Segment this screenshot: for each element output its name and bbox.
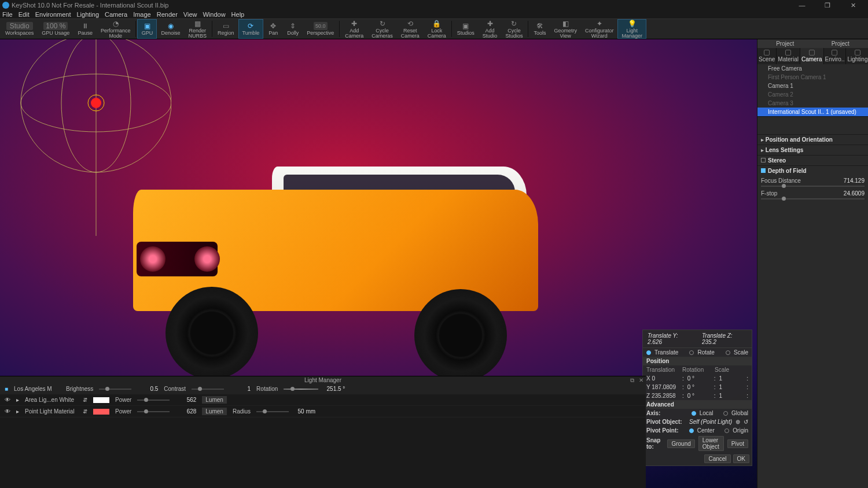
contrast-slider[interactable] — [192, 389, 224, 390]
region-button[interactable]: ▭Region — [214, 19, 238, 39]
light-color-1[interactable] — [93, 397, 109, 403]
expand-icon[interactable]: ▸ — [16, 408, 19, 415]
menu-image[interactable]: Image — [133, 11, 151, 18]
menu-help[interactable]: Help — [231, 11, 245, 18]
power-slider-2[interactable] — [137, 411, 170, 412]
close-button[interactable]: ✕ — [840, 0, 866, 10]
section-position[interactable]: ▸ Position and Orientation — [757, 134, 868, 145]
visibility-toggle-icon[interactable]: 👁 — [5, 397, 10, 403]
cancel-button[interactable]: Cancel — [704, 454, 730, 463]
pause-button[interactable]: ⏸Pause — [73, 19, 97, 39]
tools-button[interactable]: 🛠Tools — [529, 19, 550, 39]
dof-checkbox[interactable] — [761, 168, 766, 173]
focus-distance-slider[interactable] — [761, 186, 865, 187]
section-lens[interactable]: ▸ Lens Settings — [757, 145, 868, 155]
camera-item[interactable]: Free Camera — [757, 64, 868, 73]
mode-rotate-radio[interactable] — [689, 350, 694, 355]
camera-item[interactable]: Camera 1 — [757, 82, 868, 90]
section-stereo[interactable]: Stereo — [757, 155, 868, 165]
rotation-slider[interactable] — [284, 389, 318, 390]
undock-icon[interactable]: ⧉ — [630, 377, 634, 384]
expand-icon[interactable]: ▸ — [16, 397, 19, 403]
env-name[interactable]: Los Angeles M — [14, 386, 60, 392]
pan-button[interactable]: ✥Pan — [263, 19, 283, 39]
y-field[interactable]: Y 187.0809 — [646, 384, 679, 390]
pivot-center-radio[interactable] — [689, 428, 694, 433]
camera-item-selected[interactable]: International Scout II.. 1 (unsaved) — [757, 108, 868, 116]
gauge-icon: ◔ — [113, 20, 119, 28]
camera-item[interactable]: Camera 3 — [757, 99, 868, 108]
dolly-button[interactable]: ⇕Dolly — [283, 19, 303, 39]
menu-lighting[interactable]: Lighting — [76, 11, 99, 18]
pick-icon[interactable]: ⊕ — [735, 419, 740, 425]
snap-pivot-button[interactable]: Pivot — [727, 439, 748, 448]
power-slider-1[interactable] — [137, 400, 170, 401]
light-manager-button[interactable]: 💡Light Manager — [617, 19, 646, 39]
translate-z-readout: Translate Z: 235.2 — [702, 332, 747, 345]
snap-ground-button[interactable]: Ground — [667, 439, 694, 448]
mode-scale-radio[interactable] — [726, 350, 730, 355]
pivot-origin-radio[interactable] — [724, 428, 729, 433]
brightness-slider[interactable] — [99, 389, 131, 390]
gpu-usage-button[interactable]: 100 %GPU Usage — [38, 19, 73, 39]
tab-lighting[interactable]: Lighting — [846, 48, 868, 64]
lock-camera-button[interactable]: 🔒Lock Camera — [424, 19, 450, 39]
menu-file[interactable]: File — [2, 11, 13, 18]
radius-slider[interactable] — [256, 411, 289, 412]
denoise-button[interactable]: ◉Denoise — [157, 19, 184, 39]
tab-camera[interactable]: Camera — [800, 48, 824, 64]
perspective-button[interactable]: 50.0Perspective — [303, 19, 338, 39]
menu-edit[interactable]: Edit — [19, 11, 30, 18]
fstop-value[interactable]: 24.6009 — [844, 190, 865, 197]
axis-global-radio[interactable] — [723, 411, 728, 416]
snap-lower-button[interactable]: Lower Object — [698, 436, 724, 451]
render-nurbs-button[interactable]: ▦Render NURBS — [184, 19, 211, 39]
z-field[interactable]: Z 235.2858 — [646, 393, 679, 399]
menu-camera[interactable]: Camera — [105, 11, 127, 18]
focus-distance-value[interactable]: 714.129 — [844, 178, 865, 184]
menu-view[interactable]: View — [183, 11, 197, 18]
add-camera-button[interactable]: ✚Add Camera — [341, 19, 367, 39]
mode-translate-radio[interactable] — [646, 350, 651, 355]
workspaces-button[interactable]: StudioWorkspaces — [1, 19, 38, 39]
reset-pivot-icon[interactable]: ↺ — [744, 419, 748, 425]
x-field[interactable]: X 0 — [646, 375, 679, 382]
tumble-button[interactable]: ⟳Tumble — [238, 19, 264, 39]
menu-window[interactable]: Window — [203, 11, 225, 18]
light-name-2[interactable]: Point Light Material — [25, 408, 77, 415]
ok-button[interactable]: OK — [733, 454, 749, 463]
link-icon[interactable]: ⇵ — [83, 397, 87, 403]
pivot-object-value[interactable]: Self (Point Light) — [686, 419, 732, 425]
cycle-studios-button[interactable]: ↻Cycle Studios — [501, 19, 527, 39]
viewport[interactable]: Translate Y: 2.626 Translate Z: 235.2 Tr… — [0, 39, 757, 488]
gpu-button[interactable]: ▣GPU — [137, 19, 157, 39]
menu-environment[interactable]: Environment — [35, 11, 71, 18]
minimize-button[interactable]: — — [789, 0, 815, 10]
light-color-2[interactable] — [93, 409, 109, 415]
section-dof[interactable]: Depth of Field — [757, 165, 868, 176]
axis-local-radio[interactable] — [692, 411, 696, 416]
fstop-slider[interactable] — [761, 198, 865, 199]
add-studio-button[interactable]: ✚Add Studio — [479, 19, 502, 39]
unit-select-2[interactable]: Lumen — [202, 408, 227, 415]
configurator-button[interactable]: ✦Configurator Wizard — [581, 19, 618, 39]
light-name-1[interactable]: Area Lig...en White — [25, 397, 77, 403]
camera-item[interactable]: Camera 2 — [757, 90, 868, 99]
tab-scene[interactable]: Scene — [757, 48, 777, 64]
nurbs-icon: ▦ — [194, 20, 201, 28]
tab-material[interactable]: Material — [777, 48, 800, 64]
unit-select-1[interactable]: Lumen — [202, 396, 227, 404]
stereo-checkbox[interactable] — [761, 158, 766, 162]
studios-button[interactable]: ▣Studios — [453, 19, 479, 39]
reset-camera-button[interactable]: ⟲Reset Camera — [397, 19, 424, 39]
performance-mode-button[interactable]: ◔Performance Mode — [97, 19, 135, 39]
close-panel-icon[interactable]: ✕ — [639, 377, 643, 384]
visibility-toggle-icon[interactable]: 👁 — [5, 408, 10, 415]
link-icon[interactable]: ⇵ — [83, 408, 87, 415]
menu-render[interactable]: Render — [157, 11, 178, 18]
maximize-button[interactable]: ❐ — [815, 0, 840, 10]
geometry-view-button[interactable]: ◧Geometry View — [550, 19, 581, 39]
camera-item[interactable]: First Person Camera 1 — [757, 73, 868, 82]
tab-environment[interactable]: Enviro.. — [824, 48, 847, 64]
cycle-cameras-button[interactable]: ↻Cycle Cameras — [367, 19, 397, 39]
